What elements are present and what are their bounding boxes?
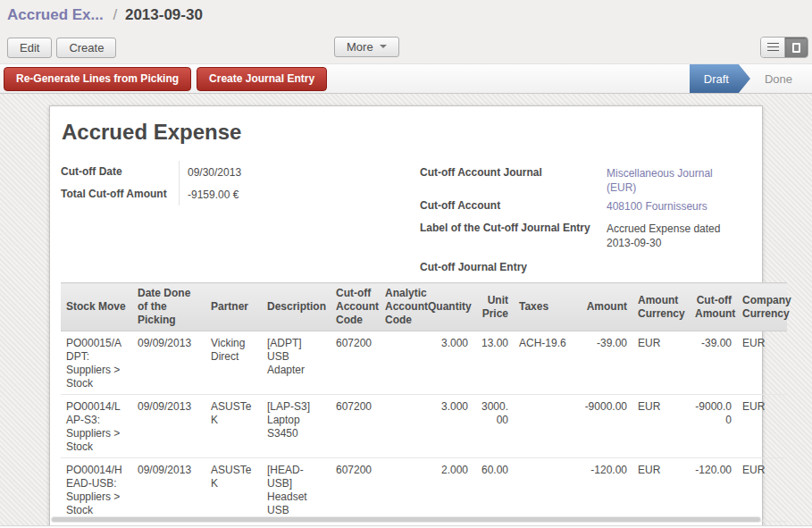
create-journal-entry-button[interactable]: Create Journal Entry: [197, 67, 327, 91]
table-cell: 09/09/2013: [132, 458, 205, 522]
column-header: Partner: [205, 283, 262, 331]
table-cell: 607200: [331, 458, 380, 522]
field-value-link[interactable]: Miscellaneous Journal (EUR): [607, 167, 713, 194]
form-title: Accrued Expense: [62, 120, 241, 145]
table-row[interactable]: PO00014/LAP-S3: Suppliers > Stock09/09/2…: [61, 395, 787, 458]
chevron-down-icon: [380, 45, 387, 52]
column-header: Analytic Account Code: [380, 283, 423, 331]
table-cell: 60.00: [473, 458, 514, 522]
statusbar-state-done: Done: [752, 64, 812, 93]
table-cell: [380, 458, 423, 522]
field-value: 09/30/2013: [179, 161, 286, 183]
column-header: Amount Currency: [632, 283, 690, 331]
list-view-button[interactable]: [761, 38, 784, 57]
table-cell: 2.000: [423, 458, 473, 522]
table-cell: [ADPT] USB Adapter: [262, 331, 331, 395]
field-label: Cut-off Account: [420, 195, 599, 217]
field-row: Cut-off Date09/30/2013: [61, 161, 356, 183]
breadcrumb-separator: /: [113, 6, 117, 23]
table-cell: EUR: [632, 458, 690, 522]
table-header-row: Stock MoveDate Done of the PickingPartne…: [61, 283, 787, 331]
column-header: Quantity: [423, 283, 473, 331]
field-row: Total Cut-off Amount-9159.00 €: [61, 183, 356, 205]
view-switcher: [760, 37, 808, 58]
table-cell: PO00015/ADPT: Suppliers > Stock: [61, 331, 132, 395]
table-cell: -9000.00: [576, 395, 632, 458]
field-value: 408100 Fournisseurs: [599, 195, 707, 217]
field-row: Cut-off Account JournalMiscellaneous Jou…: [420, 162, 759, 195]
table-cell: EUR: [737, 395, 787, 458]
table-cell: EUR: [737, 331, 787, 395]
field-group-right: Cut-off Account JournalMiscellaneous Jou…: [420, 162, 759, 279]
table-cell: EUR: [737, 458, 787, 522]
table-cell: 607200: [331, 395, 380, 458]
form-icon: [792, 43, 800, 53]
table-cell: ASUSTeK: [205, 395, 262, 458]
table-cell: 3.000: [423, 395, 473, 458]
table-cell: 3000.00: [473, 395, 514, 458]
table-cell: 3.000: [423, 331, 473, 395]
table-cell: -39.00: [576, 331, 632, 395]
field-row: Label of the Cut-off Journal EntryAccrue…: [420, 217, 759, 250]
column-header: Description: [262, 283, 331, 331]
table-cell: -39.00: [690, 331, 737, 395]
form-view-area: Accrued Expense Cut-off Date09/30/2013To…: [0, 94, 812, 528]
field-value: Accrued Expense dated 2013-09-30: [599, 217, 732, 250]
form-view-button[interactable]: [784, 38, 808, 57]
table-row[interactable]: PO00014/HEAD-USB: Suppliers > Stock09/09…: [61, 458, 787, 522]
field-value-link[interactable]: 408100 Fournisseurs: [607, 200, 707, 213]
column-header: Company Currency: [737, 283, 787, 331]
edit-button[interactable]: Edit: [7, 38, 52, 58]
list-icon: [767, 43, 779, 52]
field-value: [599, 256, 607, 279]
more-button-label: More: [347, 40, 373, 54]
table-cell: -120.00: [690, 458, 737, 522]
table-cell: 09/09/2013: [132, 331, 205, 395]
table-cell: PO00014/HEAD-USB: Suppliers > Stock: [61, 458, 132, 522]
statusbar-state-draft: Draft: [690, 64, 750, 93]
field-row: Cut-off Journal Entry: [420, 256, 759, 279]
horizontal-scrollbar: [51, 516, 761, 523]
table-cell: 13.00: [473, 331, 514, 395]
table-cell: ASUSTeK: [205, 458, 262, 522]
column-header: Stock Move: [61, 283, 132, 331]
field-label: Cut-off Account Journal: [420, 162, 599, 195]
column-header: Cut-off Amount: [690, 283, 737, 331]
create-button[interactable]: Create: [56, 38, 116, 58]
accrued-expense-window: Accrued Ex... / 2013-09-30 Edit Create M…: [0, 0, 812, 528]
breadcrumb-parent-link[interactable]: Accrued Ex...: [7, 6, 104, 23]
table-cell: 09/09/2013: [132, 395, 205, 458]
breadcrumb-current: 2013-09-30: [125, 6, 203, 23]
table-cell: 607200: [331, 331, 380, 395]
table-cell: [514, 458, 576, 522]
breadcrumb: Accrued Ex... / 2013-09-30: [7, 5, 203, 25]
table-cell: [LAP-S3] Laptop S3450: [262, 395, 331, 458]
field-label: Cut-off Journal Entry: [420, 256, 599, 279]
cutoff-lines-table: Stock MoveDate Done of the PickingPartne…: [61, 282, 787, 522]
horizontal-scrollbar-thumb[interactable]: [52, 517, 760, 522]
table-cell: [514, 395, 576, 458]
table-cell: -120.00: [576, 458, 632, 522]
field-value: Miscellaneous Journal (EUR): [599, 162, 732, 195]
table-cell: PO00014/LAP-S3: Suppliers > Stock: [61, 395, 132, 458]
table-cell: ACH-19.6: [514, 331, 576, 395]
statusbar: DraftDone: [690, 64, 812, 93]
table-cell: EUR: [632, 395, 690, 458]
table-cell: -9000.00: [690, 395, 737, 458]
more-button[interactable]: More: [334, 37, 399, 57]
record-actions: Edit Create: [7, 38, 116, 58]
top-toolbar: Accrued Ex... / 2013-09-30 Edit Create M…: [0, 0, 812, 63]
column-header: Amount: [576, 283, 632, 331]
regenerate-lines-button[interactable]: Re-Generate Lines from Picking: [4, 67, 191, 91]
field-row: Cut-off Account408100 Fournisseurs: [420, 195, 759, 217]
table-cell: [HEAD-USB] Headset USB: [262, 458, 331, 522]
table-cell: Vicking Direct: [205, 331, 262, 395]
column-header: Cut-off Account Code: [331, 283, 380, 331]
more-menu: More: [334, 37, 399, 57]
workflow-buttons: Re-Generate Lines from Picking Create Jo…: [4, 64, 327, 93]
table-cell: EUR: [632, 331, 690, 395]
table-row[interactable]: PO00015/ADPT: Suppliers > Stock09/09/201…: [61, 331, 787, 395]
field-label: Label of the Cut-off Journal Entry: [420, 217, 599, 250]
field-value: -9159.00 €: [179, 183, 286, 205]
table-cell: [380, 395, 423, 458]
